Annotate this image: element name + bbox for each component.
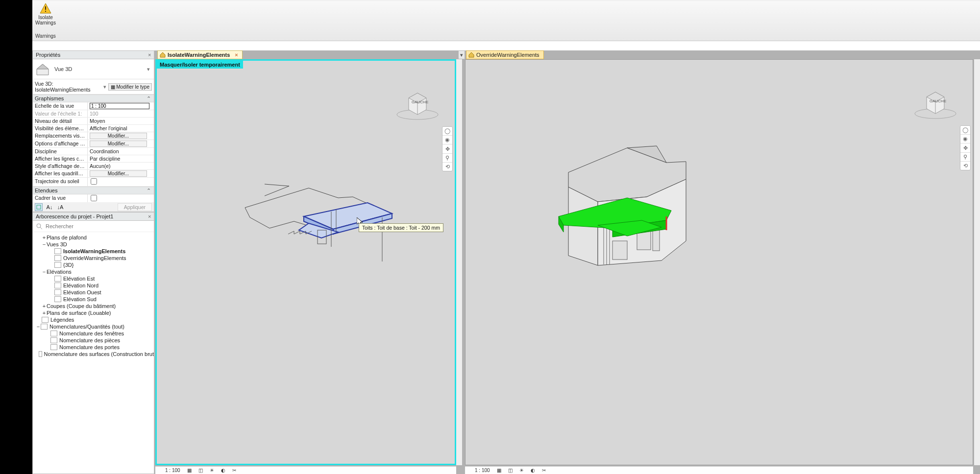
tree-node-legendes[interactable]: Légendes <box>33 316 154 323</box>
status-icon[interactable]: ☀ <box>519 468 524 473</box>
tree-node-est[interactable]: Elévation Est <box>33 275 154 282</box>
prop-row-options-affichage[interactable]: Options d'affichage des... Modifier... <box>33 140 154 148</box>
scale-input[interactable] <box>90 103 149 109</box>
view-cube[interactable]: GAUCHE <box>911 83 960 122</box>
status-icon[interactable]: ◫ <box>198 468 203 473</box>
tree-node-override[interactable]: OverrideWarningElements <box>33 255 154 261</box>
scrollbar-vertical[interactable] <box>974 59 980 465</box>
steering-wheel-icon[interactable]: ◯ <box>442 127 452 136</box>
close-icon[interactable]: × <box>148 213 153 219</box>
chevron-down-icon[interactable]: ▾ <box>147 66 152 72</box>
modifier-button[interactable]: Modifier... <box>90 170 147 177</box>
steering-wheel-icon[interactable]: ◯ <box>960 126 970 135</box>
tree-node-sud[interactable]: Elévation Sud <box>33 296 154 303</box>
navigation-bar[interactable]: ◯ ◉ ✥ ⚲ ⟲ <box>442 126 453 171</box>
modifier-button[interactable]: Modifier... <box>90 133 147 139</box>
prop-row-trajectoire-soleil[interactable]: Trajectoire du soleil <box>33 178 154 187</box>
group-graphismes[interactable]: Graphismes ⌃ <box>33 95 154 102</box>
project-browser-title-bar[interactable]: Arborescence du projet - Projet1 × <box>33 213 154 221</box>
full-nav-icon[interactable]: ◉ <box>442 136 452 144</box>
view-cube[interactable]: GAUCHE <box>393 84 442 123</box>
tree-node-plafond[interactable]: +Plans de plafond <box>33 234 154 241</box>
view-icon <box>54 276 61 282</box>
prop-row-remplacements[interactable]: Remplacements visibilit... Modifier... <box>33 132 154 140</box>
group-etendues[interactable]: Etendues ⌃ <box>33 187 154 194</box>
status-icon[interactable]: ◐ <box>221 468 225 473</box>
close-tab-icon[interactable]: × <box>232 52 238 58</box>
view-tab-isolate[interactable]: IsolateWarningElements × <box>157 50 243 59</box>
prop-row-quadrillages[interactable]: Afficher les quadrillages Modifier... <box>33 170 154 178</box>
status-icon[interactable]: ☀ <box>210 468 214 473</box>
pan-icon[interactable]: ✥ <box>442 144 452 153</box>
view-tab-override[interactable]: OverrideWarningElements <box>466 50 544 59</box>
expand-icon[interactable]: + <box>42 235 47 240</box>
collapse-icon[interactable]: − <box>36 324 41 330</box>
expand-icon[interactable]: + <box>42 310 47 316</box>
grid-icon: ▦ <box>111 84 115 90</box>
full-nav-icon[interactable]: ◉ <box>960 135 970 143</box>
search-row[interactable] <box>33 221 154 232</box>
expand-icon[interactable]: + <box>42 303 47 309</box>
tree-node-nord[interactable]: Elévation Nord <box>33 282 154 289</box>
navigation-bar[interactable]: ◯ ◉ ✥ ⚲ ⟲ <box>960 125 971 170</box>
scrollbar-vertical[interactable] <box>456 59 462 465</box>
view-status-bar-right[interactable]: 1 : 100 ▦ ◫ ☀ ◐ ✂ <box>465 466 973 474</box>
zoom-icon[interactable]: ⚲ <box>960 153 970 162</box>
edit-type-button[interactable]: ▦ Modifier le type <box>108 83 152 91</box>
view-tab-dropdown[interactable]: ▾ <box>458 50 465 59</box>
zoom-icon[interactable]: ⚲ <box>442 154 452 163</box>
status-icon[interactable]: ▦ <box>497 468 501 473</box>
search-input[interactable] <box>46 223 151 229</box>
collapse-icon[interactable]: − <box>42 269 47 275</box>
tree-node-pieces[interactable]: Nomenclature des pièces <box>33 337 154 344</box>
collapse-icon[interactable]: ⌃ <box>147 95 151 102</box>
status-icon[interactable]: ✂ <box>232 468 236 473</box>
sun-path-checkbox[interactable] <box>91 178 97 185</box>
instance-label[interactable]: Vue 3D: IsolateWarningElements <box>35 81 101 93</box>
tree-node-nomenclatures[interactable]: −Nomenclatures/Quantités (tout) <box>33 323 154 330</box>
tree-node-isolate[interactable]: IsolateWarningElements <box>33 248 154 255</box>
prop-row-visibilite[interactable]: Visibilité des éléments Afficher l'origi… <box>33 125 154 132</box>
pan-icon[interactable]: ✥ <box>960 143 970 152</box>
status-icon[interactable]: ✂ <box>542 468 546 473</box>
orbit-icon[interactable]: ⟲ <box>442 163 452 171</box>
tree-node-coupes[interactable]: +Coupes (Coupe du bâtiment) <box>33 303 154 309</box>
modifier-button[interactable]: Modifier... <box>90 141 147 147</box>
prop-row-echelle[interactable]: Echelle de la vue <box>33 102 154 110</box>
sort-za-button[interactable]: ↓A <box>56 203 64 211</box>
tree-node-fenetres[interactable]: Nomenclature des fenêtres <box>33 330 154 337</box>
apply-button[interactable]: Appliquer <box>118 203 152 211</box>
close-icon[interactable]: × <box>148 52 153 58</box>
properties-title-bar[interactable]: Propriétés × <box>33 51 154 59</box>
status-icon[interactable]: ▦ <box>187 468 192 473</box>
collapse-icon[interactable]: − <box>42 241 47 247</box>
tree-node-portes[interactable]: Nomenclature des portes <box>33 344 154 351</box>
sort-az-button[interactable]: A↓ <box>46 203 53 211</box>
collapse-icon[interactable]: ⌃ <box>147 188 151 194</box>
tree-node-elevations[interactable]: −Elévations <box>33 268 154 275</box>
tree-node-vues3d[interactable]: −Vues 3D <box>33 241 154 248</box>
prop-row-detail[interactable]: Niveau de détail Moyen <box>33 118 154 125</box>
status-icon[interactable]: ◐ <box>531 468 535 473</box>
view-status-bar-left[interactable]: 1 : 100 ▦ ◫ ☀ ◐ ✂ <box>155 466 456 474</box>
tree-node-surfaces[interactable]: Nomenclature des surfaces (Construction … <box>33 351 154 357</box>
isolate-warnings-tool[interactable]: Isolate Warnings <box>35 3 56 25</box>
type-selector[interactable]: Vue 3D ▾ <box>33 59 154 79</box>
status-icon[interactable]: ◫ <box>508 468 513 473</box>
orbit-icon[interactable]: ⟲ <box>960 162 970 170</box>
prop-val: Coordination <box>88 148 154 155</box>
scale-label[interactable]: 1 : 100 <box>475 468 490 473</box>
crop-view-checkbox[interactable] <box>91 195 97 201</box>
properties-title: Propriétés <box>36 52 60 58</box>
view-pane-override[interactable]: GAUCHE ◯ ◉ ✥ ⚲ ⟲ <box>465 59 973 465</box>
prop-row-discipline[interactable]: Discipline Coordination <box>33 148 154 155</box>
tree-node-3d[interactable]: {3D} <box>33 261 154 268</box>
prop-row-style-analyse[interactable]: Style d'affichage de l'an... Aucun(e) <box>33 163 154 170</box>
tree-node-ouest[interactable]: Elévation Ouest <box>33 289 154 296</box>
tree-node-surface[interactable]: +Plans de surface (Louable) <box>33 309 154 316</box>
scale-label[interactable]: 1 : 100 <box>165 468 180 473</box>
chevron-down-icon[interactable]: ▾ <box>101 84 108 90</box>
prop-row-lignes-cachees[interactable]: Afficher les lignes cach... Par discipli… <box>33 155 154 163</box>
filter-button[interactable] <box>35 203 43 211</box>
view-pane-isolate[interactable]: Masquer/Isoler temporairement GAUCHE ◯ ◉… <box>155 59 456 465</box>
